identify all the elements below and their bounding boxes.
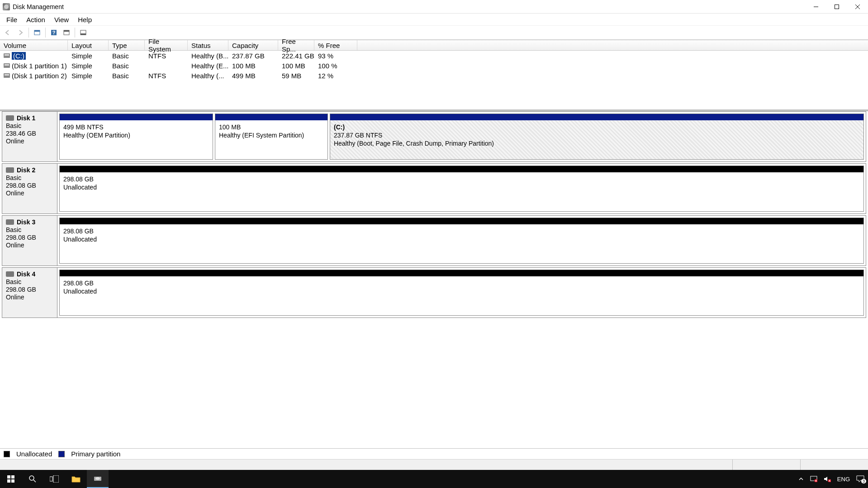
svg-rect-19 [53,475,59,483]
disk-partitions: 298.08 GBUnallocated [57,164,866,213]
cell-filesystem: NTFS [145,72,188,80]
disk-row: Disk 4Basic298.08 GBOnline298.08 GBUnall… [2,267,866,318]
network-icon[interactable] [810,476,817,482]
unallocated-space[interactable]: 298.08 GBUnallocated [59,218,864,264]
partition-line1: 298.08 GB [63,279,860,287]
partition-line2: Healthy (EFI System Partition) [219,131,324,139]
volume-row[interactable]: (Disk 1 partition 2)SimpleBasicNTFSHealt… [0,71,868,81]
volume-icon [4,63,10,68]
disk-info[interactable]: Disk 3Basic298.08 GBOnline [2,216,57,265]
tray-chevron-icon[interactable] [798,476,804,482]
svg-point-21 [95,477,100,480]
legend-unallocated-swatch [4,451,10,457]
legend-unallocated-label: Unallocated [16,450,52,458]
partition-title: (C:) [334,123,860,131]
cell-free: 100 MB [278,62,314,70]
cell-capacity: 100 MB [228,62,278,70]
status-bar [0,459,868,470]
partition-stripe [330,114,863,120]
volume-icon[interactable] [824,476,831,482]
partition-stripe [60,114,213,120]
app-icon [3,3,10,10]
svg-rect-15 [11,479,14,483]
disk-management-taskbar-icon[interactable] [87,470,109,488]
close-button[interactable] [847,0,868,14]
svg-rect-9 [64,30,69,32]
col-header-volume[interactable]: Volume [0,40,68,50]
partition-stripe [60,218,863,224]
svg-point-16 [29,476,34,480]
volume-list: Volume Layout Type File System Status Ca… [0,40,868,110]
volume-row[interactable]: (C:)SimpleBasicNTFSHealthy (B...237.87 G… [0,51,868,61]
partition-block[interactable]: (C:)237.87 GB NTFSHealthy (Boot, Page Fi… [330,114,864,160]
start-button[interactable] [0,470,22,488]
disk-name: Disk 3 [6,218,53,226]
col-header-percent[interactable]: % Free [314,40,357,50]
disk-size: 298.08 GB [6,182,53,189]
disk-name: Disk 1 [6,114,53,122]
language-indicator[interactable]: ENG [837,476,850,483]
menubar: File Action View Help [0,14,868,25]
settings-top-button[interactable] [61,27,72,38]
disk-info[interactable]: Disk 2Basic298.08 GBOnline [2,164,57,213]
menu-file[interactable]: File [2,15,22,24]
unallocated-space[interactable]: 298.08 GBUnallocated [59,166,864,212]
disk-row: Disk 2Basic298.08 GBOnline298.08 GBUnall… [2,163,866,214]
settings-bottom-button[interactable] [77,27,89,38]
help-button[interactable]: ? [48,27,60,38]
col-header-type[interactable]: Type [109,40,145,50]
legend-primary-label: Primary partition [71,450,120,458]
disk-partitions: 298.08 GBUnallocated [57,216,866,265]
partition-line2: Unallocated [63,183,860,191]
file-explorer-icon[interactable] [65,470,87,488]
menu-action[interactable]: Action [22,15,50,24]
volume-label: (Disk 1 partition 2) [12,72,67,80]
disk-info[interactable]: Disk 4Basic298.08 GBOnline [2,268,57,317]
col-header-status[interactable]: Status [188,40,228,50]
cell-free: 222.41 GB [278,52,314,60]
partition-body: 298.08 GBUnallocated [60,224,863,263]
cell-status: Healthy (... [188,72,228,80]
legend-primary-swatch [58,451,65,457]
disk-status: Online [6,294,53,301]
col-header-free[interactable]: Free Sp... [278,40,314,50]
volume-row[interactable]: (Disk 1 partition 1)SimpleBasicHealthy (… [0,61,868,71]
cell-layout: Simple [68,62,109,70]
maximize-button[interactable] [826,0,847,14]
partition-body: 298.08 GBUnallocated [60,172,863,211]
action-center-icon[interactable]: 3 [856,475,864,483]
disk-size: 298.08 GB [6,234,53,241]
col-header-layout[interactable]: Layout [68,40,109,50]
search-icon[interactable] [22,470,43,488]
disk-status: Online [6,190,53,197]
disk-map[interactable]: Disk 1Basic238.46 GBOnline499 MB NTFSHea… [0,110,868,448]
partition-line1: 237.87 GB NTFS [334,131,860,139]
col-header-filesystem[interactable]: File System [145,40,188,50]
task-view-icon[interactable] [43,470,65,488]
disk-row: Disk 1Basic238.46 GBOnline499 MB NTFSHea… [2,111,866,162]
toolbar-separator [28,28,29,38]
svg-rect-1 [835,5,839,9]
disk-status: Online [6,242,53,249]
partition-block[interactable]: 499 MB NTFSHealthy (OEM Partition) [59,114,213,160]
svg-rect-14 [7,479,10,483]
unallocated-space[interactable]: 298.08 GBUnallocated [59,270,864,316]
toolbar-separator [45,28,46,38]
menu-view[interactable]: View [50,15,73,24]
partition-stripe [60,270,863,276]
partition-block[interactable]: 100 MBHealthy (EFI System Partition) [215,114,328,160]
volume-list-body[interactable]: (C:)SimpleBasicNTFSHealthy (B...237.87 G… [0,51,868,109]
cell-percent: 93 % [314,52,357,60]
partition-line2: Healthy (Boot, Page File, Crash Dump, Pr… [334,139,860,147]
disk-info[interactable]: Disk 1Basic238.46 GBOnline [2,112,57,161]
svg-rect-13 [11,475,14,479]
disk-type: Basic [6,122,53,129]
refresh-button[interactable] [31,27,43,38]
back-button [2,27,14,38]
col-header-capacity[interactable]: Capacity [228,40,278,50]
minimize-button[interactable] [806,0,826,14]
svg-rect-18 [50,477,52,481]
partition-line1: 298.08 GB [63,175,860,183]
menu-help[interactable]: Help [73,15,96,24]
volume-icon [4,73,10,78]
